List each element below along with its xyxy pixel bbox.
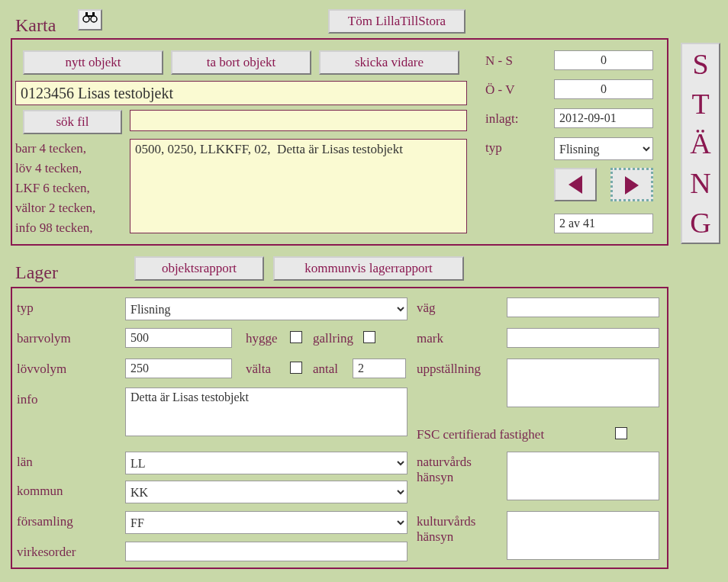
ns-label: N - S (485, 53, 513, 69)
inlagt-label: inlagt: (485, 111, 518, 127)
ta-bort-objekt-button[interactable]: ta bort objekt (171, 50, 311, 75)
kulturvards-textarea[interactable] (507, 511, 659, 560)
field-hint-text: barr 4 tecken, löv 4 tecken, LKF 6 tecke… (15, 139, 122, 238)
object-title-field[interactable] (15, 81, 467, 105)
virkesorder-label: virkesorder (17, 545, 76, 560)
vag-label: väg (417, 301, 436, 316)
info-textarea[interactable]: Detta är Lisas testobjekt (125, 387, 407, 436)
virkesorder-field[interactable] (125, 542, 407, 561)
svg-rect-4 (88, 15, 92, 17)
triangle-left-icon (569, 175, 582, 194)
antal-label: antal (313, 362, 338, 377)
kommun-label: kommun (17, 484, 63, 499)
ov-label: Ö - V (485, 82, 514, 98)
lovvolym-field[interactable] (125, 359, 232, 378)
info-label: info (17, 392, 37, 407)
stang-char: N (682, 163, 719, 203)
lager-typ-select[interactable]: Flisning (125, 297, 407, 320)
svg-point-1 (91, 16, 97, 22)
triangle-right-icon (625, 176, 639, 195)
barrvolym-field[interactable] (125, 328, 232, 348)
svg-point-0 (83, 16, 89, 22)
stang-close-button[interactable]: S T Ä N G (681, 43, 720, 244)
karta-section-title: Karta (15, 15, 56, 36)
typ-select-karta[interactable]: Flisning (554, 137, 653, 160)
typ-label-karta: typ (485, 140, 502, 156)
stang-char: S (682, 44, 719, 84)
ns-field[interactable] (554, 50, 653, 70)
objektsrapport-button[interactable]: objektsrapport (134, 256, 264, 281)
page-status-field[interactable] (554, 214, 653, 233)
mark-field[interactable] (507, 328, 659, 348)
forsamling-select[interactable]: FF (125, 511, 407, 534)
hygge-label: hygge (246, 331, 278, 346)
hygge-checkbox[interactable] (290, 331, 302, 343)
barrvolym-label: barrvolym (17, 331, 71, 346)
gallring-checkbox[interactable] (363, 331, 375, 343)
lager-section-title: Lager (15, 262, 58, 283)
valta-checkbox[interactable] (290, 362, 302, 374)
stang-char: Ä (682, 124, 719, 163)
kommunvis-lagerrapport-button[interactable]: kommunvis lagerrapport (273, 256, 464, 281)
naturvards-textarea[interactable] (507, 452, 659, 500)
karta-panel: nytt objekt ta bort objekt skicka vidare… (11, 38, 668, 246)
lovvolym-label: lövvolym (17, 362, 66, 377)
fsc-label: FSC certifierad fastighet (417, 427, 544, 442)
next-button[interactable] (610, 168, 653, 201)
stang-char: G (682, 203, 719, 243)
valta-label: välta (246, 362, 271, 377)
naturvards-label: naturvårds hänsyn (417, 455, 501, 485)
svg-rect-3 (92, 12, 95, 16)
uppstallning-textarea[interactable] (507, 359, 659, 407)
sok-fil-button[interactable]: sök fil (23, 110, 122, 134)
skicka-vidare-button[interactable]: skicka vidare (319, 50, 459, 75)
lan-label: län (17, 455, 33, 470)
tom-lilla-till-stora-button[interactable]: Töm LillaTillStora (328, 9, 465, 34)
sok-fil-field[interactable] (130, 110, 467, 131)
binoculars-icon-button[interactable] (78, 9, 102, 31)
antal-field[interactable] (353, 359, 406, 378)
lager-typ-label: typ (17, 301, 34, 316)
lan-select[interactable]: LL (125, 452, 407, 474)
lager-panel: typ Flisning barrvolym hygge gallring lö… (11, 287, 668, 569)
stang-char: T (682, 84, 719, 124)
previous-button[interactable] (554, 168, 597, 201)
kommun-select[interactable]: KK (125, 481, 407, 503)
inlagt-field[interactable] (554, 108, 653, 128)
binoculars-icon (82, 14, 98, 25)
uppstallning-label: uppställning (417, 362, 481, 377)
vag-field[interactable] (507, 297, 659, 317)
nytt-objekt-button[interactable]: nytt objekt (23, 50, 163, 75)
kulturvards-label: kulturvårds hänsyn (417, 514, 501, 545)
fsc-checkbox[interactable] (615, 427, 627, 439)
mark-label: mark (417, 331, 443, 346)
forsamling-label: församling (17, 514, 73, 529)
svg-rect-2 (85, 12, 88, 16)
object-data-textarea[interactable]: 0500, 0250, LLKKFF, 02, Detta är Lisas t… (130, 139, 467, 233)
gallring-label: gallring (313, 331, 353, 346)
ov-field[interactable] (554, 79, 653, 99)
